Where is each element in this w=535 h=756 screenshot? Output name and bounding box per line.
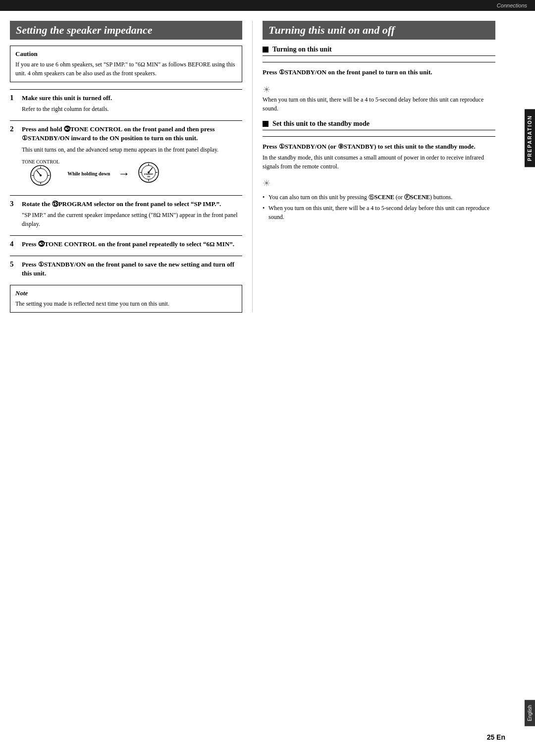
tone-control-label: TONE CONTROL — [22, 159, 59, 164]
left-section-title: Setting the speaker impedance — [10, 21, 242, 40]
right-step-1: Press ①STANDBY/ON on the front panel to … — [263, 67, 495, 77]
caution-title: Caution — [15, 50, 237, 58]
step-1-number: 1 — [10, 94, 18, 102]
tip-1: ☀ When you turn on this unit, there will… — [263, 84, 495, 113]
bullet-item-1: You can also turn on this unit by pressi… — [263, 193, 495, 202]
bullet-item-2: When you turn on this unit, there will b… — [263, 204, 495, 221]
caution-text: If you are to use 6 ohm speakers, set "S… — [15, 60, 237, 78]
step-1: 1 Make sure this unit is turned off. Ref… — [10, 89, 242, 113]
page-content: Setting the speaker impedance Caution If… — [0, 11, 535, 323]
step-1-title: Make sure this unit is turned off. — [22, 94, 112, 103]
step-5-title: Press ①STANDBY/ON on the front panel to … — [22, 260, 242, 278]
caution-box: Caution If you are to use 6 ohm speakers… — [10, 46, 242, 82]
step-3-number: 3 — [10, 200, 18, 208]
right-step-1-title: Press ①STANDBY/ON on the front panel to … — [263, 67, 495, 77]
standby-diagram: STANDBY ON — [138, 162, 160, 185]
step-4: 4 Press ⓷TONE CONTROL on the front panel… — [10, 235, 242, 249]
step-5: 5 Press ①STANDBY/ON on the front panel t… — [10, 256, 242, 278]
step-4-number: 4 — [10, 240, 18, 248]
right-step-2-body: In the standby mode, this unit consumes … — [263, 153, 495, 171]
top-bar: Connections — [0, 0, 535, 11]
step-5-header: 5 Press ①STANDBY/ON on the front panel t… — [10, 260, 242, 278]
left-column: Setting the speaker impedance Caution If… — [10, 21, 253, 313]
while-holding-label: While holding down — [67, 170, 110, 177]
tip-2: ☀ — [263, 178, 495, 189]
sun-icon-1: ☀ — [263, 85, 270, 95]
subsection-1-title: Turning on this unit — [263, 46, 495, 56]
step-4-title: Press ⓷TONE CONTROL on the front panel r… — [22, 240, 234, 249]
step-2: 2 Press and hold ⓷TONE CONTROL on the fr… — [10, 120, 242, 188]
tone-control-diagram: TONE CONTROL — [22, 159, 59, 188]
right-column: Turning this unit on and off Turning on … — [253, 21, 495, 313]
step-3-header: 3 Rotate the ⑬PROGRAM selector on the fr… — [10, 200, 242, 209]
right-step-2-title: Press ①STANDBY/ON (or ⑨STANDBY) to set t… — [263, 142, 495, 152]
step-3-title: Rotate the ⑬PROGRAM selector on the fron… — [22, 200, 221, 209]
right-section-title: Turning this unit on and off — [263, 21, 495, 40]
top-bar-label: Connections — [497, 2, 527, 8]
step-1-header: 1 Make sure this unit is turned off. — [10, 94, 242, 103]
tip-1-text: When you turn on this unit, there will b… — [263, 95, 495, 113]
svg-text:ON: ON — [147, 175, 150, 178]
tone-control-knob-icon — [30, 164, 52, 186]
bullet-list: You can also turn on this unit by pressi… — [263, 193, 495, 221]
step-2-header: 2 Press and hold ⓷TONE CONTROL on the fr… — [10, 125, 242, 143]
svg-point-7 — [40, 174, 42, 176]
note-title: Note — [15, 289, 237, 297]
step-3-body: "SP IMP." and the current speaker impeda… — [22, 211, 242, 228]
arrow-right-icon: → — [118, 167, 130, 180]
separator-2 — [263, 136, 495, 137]
language-tab: English — [525, 700, 535, 726]
subsection-turning-on: Turning on this unit Press ①STANDBY/ON o… — [263, 46, 495, 113]
note-box: Note The setting you made is reflected n… — [10, 285, 242, 313]
subsection-2-title: Set this unit to the standby mode — [263, 120, 495, 130]
standby-knob-icon: STANDBY ON — [138, 162, 160, 183]
subsection-standby: Set this unit to the standby mode Press … — [263, 120, 495, 222]
page-number: 25 En — [487, 733, 505, 741]
right-step-2: Press ①STANDBY/ON (or ⑨STANDBY) to set t… — [263, 142, 495, 171]
diagram-area: TONE CONTROL — [22, 159, 242, 188]
step-4-header: 4 Press ⓷TONE CONTROL on the front panel… — [10, 240, 242, 249]
square-bullet-1 — [263, 47, 268, 53]
note-text: The setting you made is reflected next t… — [15, 299, 237, 308]
step-2-body: This unit turns on, and the advanced set… — [22, 145, 242, 154]
step-5-number: 5 — [10, 260, 18, 269]
separator-1 — [263, 62, 495, 62]
square-bullet-2 — [263, 121, 268, 127]
step-2-number: 2 — [10, 125, 18, 133]
preparation-tab: PREPARATION — [525, 109, 535, 167]
step-1-body: Refer to the right column for details. — [22, 105, 242, 113]
sun-icon-2: ☀ — [263, 178, 270, 188]
step-2-title: Press and hold ⓷TONE CONTROL on the fron… — [22, 125, 242, 143]
step-3: 3 Rotate the ⑬PROGRAM selector on the fr… — [10, 195, 242, 228]
